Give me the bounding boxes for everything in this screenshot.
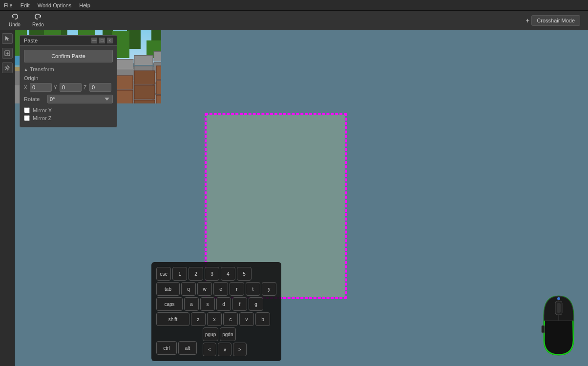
keyboard-row-2: tab q w e r t y bbox=[156, 282, 276, 296]
key-x[interactable]: x bbox=[207, 312, 222, 326]
key-w[interactable]: w bbox=[197, 282, 212, 296]
keyboard-overlay: esc 1 2 3 4 5 tab q w e r t y caps a s d… bbox=[151, 262, 281, 361]
key-s[interactable]: s bbox=[200, 297, 215, 311]
sidebar-cursor-icon[interactable] bbox=[2, 33, 13, 44]
main-area: Paste — □ × Confirm Paste Transform Orig… bbox=[15, 30, 588, 366]
mirror-x-label: Mirror X bbox=[33, 107, 52, 113]
svg-rect-6 bbox=[542, 325, 545, 333]
sidebar-move-icon[interactable] bbox=[2, 48, 13, 59]
panel-close-button[interactable]: × bbox=[107, 38, 113, 43]
x-axis-label: X bbox=[24, 85, 28, 90]
y-axis-label: Y bbox=[54, 85, 58, 90]
mirror-z-checkbox[interactable] bbox=[24, 115, 30, 121]
svg-point-7 bbox=[557, 297, 560, 300]
redo-button[interactable]: Redo bbox=[27, 12, 49, 29]
menu-world-options[interactable]: World Options bbox=[38, 2, 72, 8]
mouse-overlay bbox=[534, 291, 583, 361]
mouse-svg bbox=[534, 291, 583, 360]
paste-panel-title: Paste bbox=[24, 38, 38, 43]
rotate-label: Rotate bbox=[24, 96, 43, 102]
key-f[interactable]: f bbox=[232, 297, 247, 311]
key-left[interactable]: < bbox=[203, 343, 216, 356]
key-y[interactable]: y bbox=[262, 282, 276, 296]
key-v[interactable]: v bbox=[239, 312, 254, 326]
panel-maximize-button[interactable]: □ bbox=[99, 38, 105, 43]
key-5[interactable]: 5 bbox=[237, 267, 252, 281]
key-right[interactable]: > bbox=[233, 343, 247, 356]
key-a[interactable]: a bbox=[184, 297, 199, 311]
svg-rect-5 bbox=[557, 303, 561, 313]
key-tab[interactable]: tab bbox=[156, 282, 180, 296]
mirror-z-row: Mirror Z bbox=[24, 115, 113, 121]
keyboard-row-5: ctrl alt bbox=[156, 341, 197, 355]
key-pgup[interactable]: pgup bbox=[203, 327, 218, 341]
origin-x-input[interactable] bbox=[30, 83, 52, 92]
key-z[interactable]: z bbox=[191, 312, 206, 326]
mirror-x-checkbox[interactable] bbox=[24, 107, 30, 113]
undo-button[interactable]: Undo bbox=[4, 12, 25, 29]
key-e[interactable]: e bbox=[213, 282, 228, 296]
key-up[interactable]: ∧ bbox=[218, 343, 231, 356]
key-1[interactable]: 1 bbox=[172, 267, 187, 281]
left-sidebar bbox=[0, 30, 15, 366]
key-d[interactable]: d bbox=[216, 297, 231, 311]
key-ctrl[interactable]: ctrl bbox=[156, 341, 177, 355]
paste-panel-header: Paste — □ × bbox=[20, 36, 117, 46]
keyboard-row-1: esc 1 2 3 4 5 bbox=[156, 267, 276, 281]
key-r[interactable]: r bbox=[230, 282, 244, 296]
key-4[interactable]: 4 bbox=[221, 267, 235, 281]
crosshair-mode-label: Crosshair Mode bbox=[537, 18, 575, 23]
confirm-paste-button[interactable]: Confirm Paste bbox=[24, 50, 113, 62]
key-pgdn[interactable]: pgdn bbox=[220, 327, 235, 341]
key-alt[interactable]: alt bbox=[178, 341, 197, 355]
key-3[interactable]: 3 bbox=[205, 267, 219, 281]
titlebar: File Edit World Options Help bbox=[0, 0, 588, 11]
panel-header-buttons: — □ × bbox=[91, 38, 113, 43]
keyboard-row-4: shift z x c v b bbox=[156, 312, 276, 326]
origin-row: X Y Z bbox=[24, 83, 113, 92]
rotate-select[interactable]: 0° 90° 180° 270° bbox=[47, 95, 113, 103]
rotate-row: Rotate 0° 90° 180° 270° bbox=[24, 95, 113, 103]
crosshair-plus-icon: + bbox=[525, 17, 529, 24]
undo-label: Undo bbox=[9, 22, 21, 27]
key-q[interactable]: q bbox=[181, 282, 196, 296]
key-caps[interactable]: caps bbox=[156, 297, 183, 311]
toolbar: Undo Redo + Crosshair Mode bbox=[0, 11, 588, 30]
key-c[interactable]: c bbox=[223, 312, 238, 326]
panel-minimize-button[interactable]: — bbox=[91, 38, 97, 43]
menu-help[interactable]: Help bbox=[79, 2, 90, 8]
key-t[interactable]: t bbox=[246, 282, 260, 296]
keyboard-row-3: caps a s d f g bbox=[156, 297, 276, 311]
transform-section-label: Transform bbox=[24, 66, 113, 72]
z-axis-label: Z bbox=[84, 85, 87, 90]
key-2[interactable]: 2 bbox=[189, 267, 203, 281]
origin-label: Origin bbox=[24, 75, 113, 81]
svg-point-3 bbox=[6, 67, 8, 69]
sidebar-settings-icon[interactable] bbox=[2, 62, 13, 73]
origin-y-input[interactable] bbox=[60, 83, 82, 92]
key-esc[interactable]: esc bbox=[156, 267, 171, 281]
paste-panel: Paste — □ × Confirm Paste Transform Orig… bbox=[20, 35, 117, 127]
crosshair-mode-button[interactable]: Crosshair Mode bbox=[531, 15, 580, 26]
key-b[interactable]: b bbox=[255, 312, 270, 326]
key-g[interactable]: g bbox=[249, 297, 263, 311]
menu-file[interactable]: File bbox=[4, 2, 13, 8]
origin-z-input[interactable] bbox=[89, 83, 111, 92]
key-shift[interactable]: shift bbox=[156, 312, 189, 326]
menu-edit[interactable]: Edit bbox=[21, 2, 30, 8]
mirror-z-label: Mirror Z bbox=[33, 115, 52, 121]
mirror-x-row: Mirror X bbox=[24, 107, 113, 113]
redo-label: Redo bbox=[32, 22, 44, 27]
